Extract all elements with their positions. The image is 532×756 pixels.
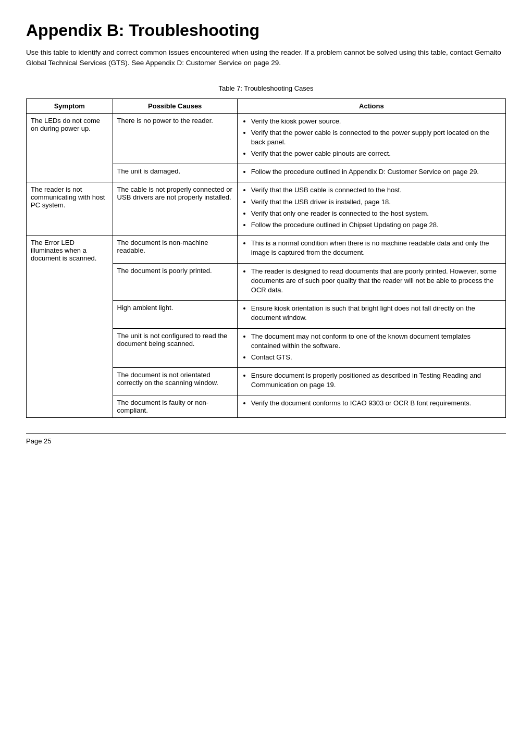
actions-cell: Follow the procedure outlined in Appendi…: [237, 164, 505, 182]
action-item: Follow the procedure outlined in Chipset…: [251, 220, 501, 230]
action-item: Verify that only one reader is connected…: [251, 209, 501, 218]
action-item: The document may not conform to one of t…: [251, 332, 501, 351]
cause-cell: The unit is damaged.: [113, 164, 237, 182]
actions-cell: Ensure kiosk orientation is such that br…: [237, 301, 505, 328]
action-item: Verify that the USB cable is connected t…: [251, 185, 501, 195]
page-number: Page 25: [26, 437, 51, 445]
cause-cell: The document is not orientated correctly…: [113, 368, 237, 395]
intro-text: Use this table to identify and correct c…: [26, 47, 506, 69]
symptom-cell: The LEDs do not come on during power up.: [27, 113, 113, 182]
action-item: Ensure document is properly positioned a…: [251, 371, 501, 390]
cause-cell: There is no power to the reader.: [113, 113, 237, 164]
actions-cell: The reader is designed to read documents…: [237, 263, 505, 301]
cause-cell: High ambient light.: [113, 301, 237, 328]
page-title: Appendix B: Troubleshooting: [26, 21, 506, 40]
action-item: Verify that the power cable pinouts are …: [251, 149, 501, 158]
table-row: The Error LED illuminates when a documen…: [27, 236, 506, 263]
symptom-cell: The reader is not communicating with hos…: [27, 182, 113, 236]
actions-cell: Ensure document is properly positioned a…: [237, 368, 505, 395]
action-item: Ensure kiosk orientation is such that br…: [251, 304, 501, 323]
table-row: The reader is not communicating with hos…: [27, 182, 506, 236]
action-item: This is a normal condition when there is…: [251, 239, 501, 257]
actions-cell: The document may not conform to one of t…: [237, 328, 505, 368]
cause-cell: The cable is not properly connected or U…: [113, 182, 237, 236]
action-item: The reader is designed to read documents…: [251, 267, 501, 295]
table-caption: Table 7: Troubleshooting Cases: [26, 84, 506, 92]
action-item: Verify that the USB driver is installed,…: [251, 197, 501, 207]
actions-cell: This is a normal condition when there is…: [237, 236, 505, 263]
cause-cell: The document is faulty or non-compliant.: [113, 395, 237, 418]
header-symptom: Symptom: [27, 98, 113, 113]
action-item: Verify the document conforms to ICAO 930…: [251, 399, 501, 408]
action-item: Verify the kiosk power source.: [251, 117, 501, 126]
cause-cell: The unit is not configured to read the d…: [113, 328, 237, 368]
action-item: Follow the procedure outlined in Appendi…: [251, 167, 501, 177]
cause-cell: The document is non-machine readable.: [113, 236, 237, 263]
header-causes: Possible Causes: [113, 98, 237, 113]
actions-cell: Verify the kiosk power source.Verify tha…: [237, 113, 505, 164]
troubleshooting-table: Symptom Possible Causes Actions The LEDs…: [26, 98, 506, 418]
cause-cell: The document is poorly printed.: [113, 263, 237, 301]
action-item: Contact GTS.: [251, 353, 501, 362]
action-item: Verify that the power cable is connected…: [251, 128, 501, 147]
symptom-cell: The Error LED illuminates when a documen…: [27, 236, 113, 418]
actions-cell: Verify that the USB cable is connected t…: [237, 182, 505, 236]
actions-cell: Verify the document conforms to ICAO 930…: [237, 395, 505, 418]
header-actions: Actions: [237, 98, 505, 113]
table-row: The LEDs do not come on during power up.…: [27, 113, 506, 164]
